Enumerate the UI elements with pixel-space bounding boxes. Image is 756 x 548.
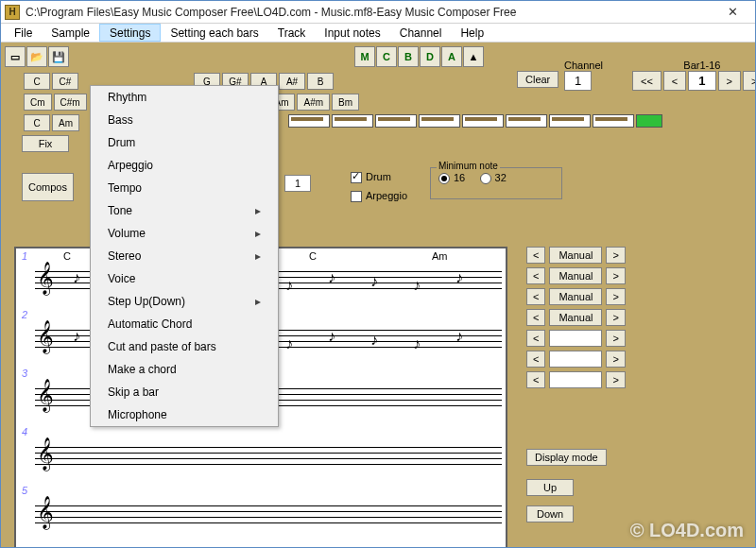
manual-label-6[interactable] [549, 371, 602, 388]
toolbar-a[interactable]: A [441, 46, 462, 67]
menu-item-make-a-chord[interactable]: Make a chord [91, 358, 278, 381]
swatch-6[interactable] [549, 114, 591, 128]
bar-last-button[interactable]: >> [743, 71, 755, 91]
fix-button[interactable]: Fix [22, 135, 69, 152]
manual-next-3[interactable]: > [606, 309, 625, 326]
bar-nav: Bar1-16 << < 1 > >> [632, 60, 755, 91]
channel-group: Channel 1 [564, 60, 603, 91]
manual-row-3: <Manual> [526, 309, 649, 326]
manual-row-2: <Manual> [526, 288, 649, 305]
manual-next-6[interactable]: > [606, 371, 625, 388]
menu-item-volume[interactable]: Volume▸ [91, 222, 278, 245]
new-icon[interactable]: ▭ [5, 46, 26, 67]
chord-minor-1[interactable]: C#m [54, 94, 87, 111]
manual-prev-1[interactable]: < [526, 267, 545, 284]
manual-prev-5[interactable]: < [526, 351, 545, 368]
manual-next-0[interactable]: > [606, 247, 625, 264]
menu-item-tone[interactable]: Tone▸ [91, 199, 278, 222]
manual-label-4[interactable] [549, 330, 602, 347]
manual-label-1[interactable]: Manual [549, 267, 602, 284]
menu-file[interactable]: File [5, 24, 42, 42]
up-button[interactable]: Up [526, 479, 574, 496]
bar-prev-button[interactable]: < [663, 71, 686, 91]
save-icon[interactable]: 💾 [48, 46, 69, 67]
manual-prev-0[interactable]: < [526, 247, 545, 264]
chord-major-10[interactable]: B [307, 73, 334, 90]
minnote-16-radio[interactable]: 16 [438, 172, 465, 183]
menu-item-bass[interactable]: Bass [91, 109, 278, 131]
open-icon[interactable]: 📂 [26, 46, 47, 67]
swatch-7[interactable] [593, 114, 634, 128]
chord-minor-10[interactable]: Bm [332, 94, 359, 111]
menu-item-microphone[interactable]: Microphone [91, 403, 278, 426]
manual-prev-3[interactable]: < [526, 309, 545, 326]
sel-chord-0[interactable]: C [24, 114, 50, 131]
manual-prev-4[interactable]: < [526, 330, 545, 347]
chord-major-1[interactable]: C# [52, 73, 78, 90]
chord-major-0[interactable]: C [24, 73, 50, 90]
menu-item-automatic-chord[interactable]: Automatic Chord [91, 313, 278, 335]
menu-item-stereo[interactable]: Stereo▸ [91, 245, 278, 267]
menu-item-rhythm[interactable]: Rhythm [91, 86, 278, 109]
selected-chord-row: C Am [24, 114, 79, 131]
manual-next-2[interactable]: > [606, 288, 625, 305]
window-title: C:\Program Files\Easy Music Composer Fre… [26, 6, 713, 19]
menu-item-drum[interactable]: Drum [91, 131, 278, 154]
chord-major-9[interactable]: A# [279, 73, 305, 90]
menu-item-voice[interactable]: Voice [91, 267, 278, 290]
menu-item-arpeggio[interactable]: Arpeggio [91, 154, 278, 177]
swatch-0[interactable] [288, 114, 330, 128]
display-mode-button[interactable]: Display mode [526, 449, 607, 466]
swatch-3[interactable] [419, 114, 460, 128]
manual-next-4[interactable]: > [606, 330, 625, 347]
bar-next-button[interactable]: > [718, 71, 741, 91]
manual-label-5[interactable] [549, 351, 602, 368]
staff-5[interactable]: 5𝄞 [16, 483, 506, 541]
menu-item-cut-and-paste-of-bars[interactable]: Cut and paste of bars [91, 335, 278, 358]
numeric-field[interactable]: 1 [284, 175, 311, 192]
swatch-2[interactable] [375, 114, 417, 128]
manual-label-2[interactable]: Manual [549, 288, 602, 305]
menu-help[interactable]: Help [451, 24, 493, 42]
manual-prev-6[interactable]: < [526, 371, 545, 388]
toolbar-b[interactable]: B [398, 46, 419, 67]
clear-button[interactable]: Clear [517, 71, 558, 88]
close-button[interactable]: ✕ [713, 3, 751, 22]
arpeggio-checkbox[interactable]: Arpeggio [351, 190, 407, 202]
toolbar-m[interactable]: M [354, 46, 375, 67]
manual-label-0[interactable]: Manual [549, 247, 602, 264]
bar-value[interactable]: 1 [688, 71, 715, 91]
chord-minor-9[interactable]: A#m [297, 94, 330, 111]
compose-button[interactable]: Compos [22, 173, 74, 201]
staff-4[interactable]: 4𝄞 [16, 424, 506, 483]
down-button[interactable]: Down [526, 505, 574, 522]
menu-item-step-up-down-[interactable]: Step Up(Down)▸ [91, 290, 278, 313]
swatch-4[interactable] [462, 114, 504, 128]
minnote-32-radio[interactable]: 32 [480, 172, 507, 183]
menu-channel[interactable]: Channel [390, 24, 452, 42]
manual-label-3[interactable]: Manual [549, 309, 602, 326]
channel-value[interactable]: 1 [564, 71, 592, 91]
toolbar-d[interactable]: D [420, 46, 440, 67]
drum-checkbox[interactable]: Drum [351, 171, 391, 183]
swatch-5[interactable] [506, 114, 547, 128]
menu-item-skip-a-bar[interactable]: Skip a bar [91, 381, 278, 403]
sel-chord-1[interactable]: Am [52, 114, 79, 131]
menu-track[interactable]: Track [268, 24, 316, 42]
swatch-1[interactable] [332, 114, 373, 128]
menu-setting-each-bars[interactable]: Setting each bars [161, 24, 267, 42]
menu-settings[interactable]: Settings [99, 24, 161, 42]
manual-next-5[interactable]: > [606, 351, 625, 368]
chord-minor-0[interactable]: Cm [24, 94, 52, 111]
manual-prev-2[interactable]: < [526, 288, 545, 305]
manual-row-5: <> [526, 351, 649, 368]
swatch-green[interactable] [636, 114, 662, 128]
manual-next-1[interactable]: > [606, 267, 625, 284]
toolbar-c[interactable]: C [376, 46, 397, 67]
menu-input-notes[interactable]: Input notes [315, 24, 389, 42]
menu-item-tempo[interactable]: Tempo [91, 177, 278, 199]
menu-sample[interactable]: Sample [42, 24, 99, 42]
bar-first-button[interactable]: << [632, 71, 662, 91]
metronome-icon[interactable]: ▲ [463, 46, 484, 67]
toolbar: ▭ 📂 💾 M C B D A ▲ [3, 44, 486, 69]
